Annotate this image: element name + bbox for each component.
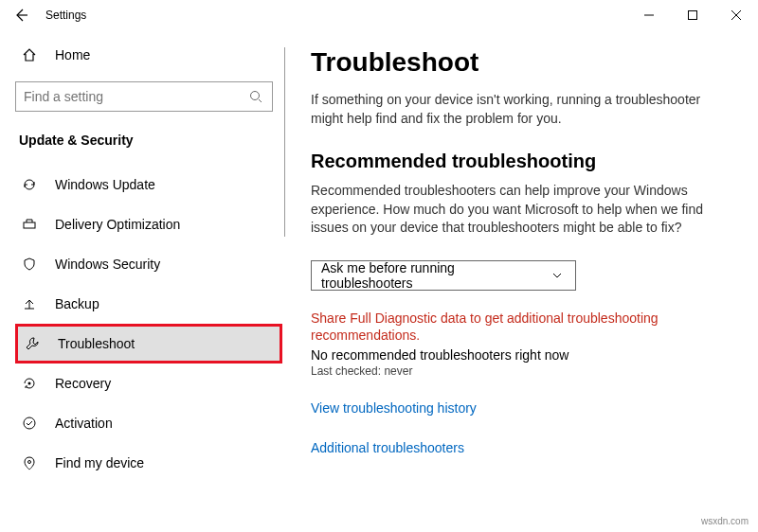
sidebar-item-backup[interactable]: Backup	[15, 284, 284, 324]
dropdown-value: Ask me before running troubleshooters	[321, 260, 549, 291]
sidebar-item-label: Troubleshoot	[58, 336, 135, 351]
sidebar-item-label: Activation	[55, 416, 113, 431]
additional-troubleshooters-link[interactable]: Additional troubleshooters	[311, 440, 735, 455]
sidebar-item-recovery[interactable]: Recovery	[15, 364, 284, 403]
search-icon	[247, 88, 264, 105]
location-icon	[21, 454, 38, 471]
last-checked-text: Last checked: never	[311, 364, 735, 378]
svg-point-1	[251, 92, 260, 100]
sidebar-item-label: Recovery	[55, 376, 111, 391]
sidebar: Home Update & Security Windows Update De…	[0, 30, 284, 532]
svg-point-4	[24, 417, 35, 429]
svg-rect-2	[24, 222, 35, 228]
svg-rect-0	[689, 11, 697, 20]
window-title: Settings	[45, 9, 86, 22]
view-history-link[interactable]: View troubleshooting history	[311, 400, 735, 416]
sidebar-item-label: Find my device	[55, 455, 144, 470]
back-button[interactable]	[9, 4, 32, 27]
sidebar-item-label: Backup	[55, 296, 99, 311]
troubleshoot-preference-dropdown[interactable]: Ask me before running troubleshooters	[311, 260, 576, 291]
watermark: wsxdn.com	[701, 516, 749, 526]
home-icon	[21, 46, 38, 63]
maximize-button[interactable]	[671, 0, 714, 30]
delivery-icon	[21, 216, 38, 233]
recovery-icon	[21, 375, 38, 392]
sidebar-item-label: Delivery Optimization	[55, 217, 180, 232]
no-recommended-text: No recommended troubleshooters right now	[311, 347, 735, 363]
svg-point-5	[28, 461, 31, 464]
diagnostic-warning: Share Full Diagnostic data to get additi…	[311, 310, 690, 344]
sidebar-item-windows-security[interactable]: Windows Security	[15, 244, 284, 284]
home-label: Home	[55, 47, 90, 62]
divider	[284, 47, 285, 237]
intro-text: If something on your device isn't workin…	[311, 91, 709, 128]
sidebar-item-troubleshoot[interactable]: Troubleshoot	[15, 324, 282, 364]
search-field[interactable]	[24, 89, 247, 104]
sidebar-item-find-my-device[interactable]: Find my device	[15, 443, 284, 483]
sidebar-item-label: Windows Security	[55, 257, 160, 272]
section-heading: Recommended troubleshooting	[311, 151, 735, 172]
wrench-icon	[24, 335, 41, 352]
section-title: Update & Security	[19, 133, 284, 148]
sync-icon	[21, 176, 38, 193]
page-title: Troubleshoot	[311, 47, 735, 78]
sidebar-item-activation[interactable]: Activation	[15, 403, 284, 443]
chevron-down-icon	[549, 267, 566, 284]
home-button[interactable]: Home	[15, 38, 284, 72]
search-input[interactable]	[15, 81, 273, 112]
sidebar-item-windows-update[interactable]: Windows Update	[15, 165, 284, 204]
minimize-button[interactable]	[627, 0, 671, 30]
sidebar-item-delivery-optimization[interactable]: Delivery Optimization	[15, 204, 284, 244]
activation-icon	[21, 415, 38, 432]
backup-icon	[21, 295, 38, 312]
svg-point-3	[28, 382, 31, 385]
sidebar-item-label: Windows Update	[55, 177, 155, 192]
main-content: Troubleshoot If something on your device…	[284, 30, 758, 532]
shield-icon	[21, 256, 38, 273]
close-button[interactable]	[714, 0, 758, 30]
section-body: Recommended troubleshooters can help imp…	[311, 182, 709, 238]
